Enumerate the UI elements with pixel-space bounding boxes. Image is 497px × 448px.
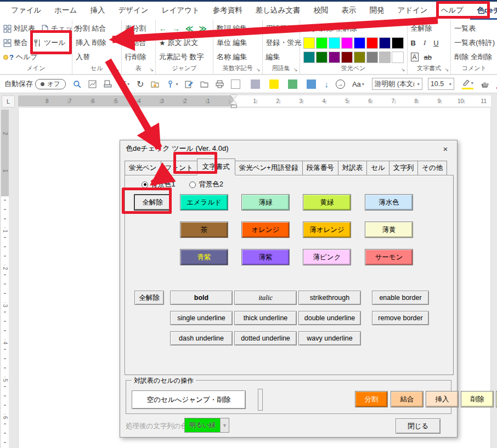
autosave-toggle[interactable]: オフ <box>35 79 66 89</box>
chevron-down-icon[interactable]: ▾ <box>449 82 451 87</box>
print-preview-button[interactable] <box>104 80 112 88</box>
enable-border-button[interactable]: enable border <box>372 291 429 305</box>
color-button-lightorange[interactable]: 薄オレンジ <box>303 222 351 238</box>
highlight-color-swatch[interactable] <box>329 37 340 49</box>
color-button-lightgreen[interactable]: 薄緑 <box>241 194 290 211</box>
cell-delete-op-button[interactable]: 削除 <box>461 391 494 407</box>
color-button-lightblue[interactable]: 薄水色 <box>365 194 413 211</box>
bg-color2-radio[interactable]: 背景色2 <box>189 180 223 189</box>
cell-merge-op-button[interactable]: 結合 <box>391 391 423 407</box>
comment-list-patent-button[interactable]: 一覧表(特許) <box>454 38 495 48</box>
cell-swap-button[interactable]: 入替 <box>76 52 90 62</box>
shading-color-swatch[interactable] <box>269 80 279 89</box>
jump-source-target-buttons[interactable]: ★原文 訳文 <box>159 38 198 48</box>
color-button-bluepurple[interactable]: 青紫 <box>180 249 228 265</box>
highlight-color-swatch[interactable] <box>341 37 353 49</box>
clear-all-colors-button[interactable]: 全解除 <box>134 194 171 211</box>
dash-underline-button[interactable]: dash underline <box>170 331 233 345</box>
taiyakuhyo-button[interactable]: 対訳表 <box>3 24 35 33</box>
dialog-tab[interactable]: その他 <box>417 161 447 175</box>
cell-insert-delete-buttons[interactable]: 挿入 削除 <box>76 38 106 48</box>
glossary-edit-button[interactable]: 編集 <box>266 52 280 62</box>
ribbon-tab[interactable]: ファイル <box>4 2 48 20</box>
color-button-orange[interactable]: オレンジ <box>241 222 290 238</box>
format-clear-all-button[interactable]: 全解除 <box>411 24 432 33</box>
save-edit-button[interactable] <box>185 80 193 88</box>
ribbon-tab[interactable]: ヘルプ <box>434 2 470 20</box>
highlight-color-swatch[interactable] <box>379 52 391 63</box>
favorites-folder-button[interactable] <box>151 80 159 88</box>
highlight-color-swatch[interactable] <box>354 52 365 63</box>
border-char-button[interactable]: A <box>411 53 419 61</box>
row-delete-button[interactable]: 行削除 <box>125 52 146 62</box>
print-button[interactable] <box>216 80 224 88</box>
table-split-button[interactable]: 表分割 <box>125 24 146 33</box>
chevron-down-icon[interactable]: ▾ <box>471 81 473 86</box>
dialog-tab[interactable]: 対訳表 <box>338 161 368 175</box>
color-button-brown[interactable]: 茶 <box>180 222 228 238</box>
ribbon-tab[interactable]: レイアウト <box>155 2 206 20</box>
redo-button[interactable]: ↻ <box>137 79 144 89</box>
bold-format-button[interactable]: bold <box>170 291 233 305</box>
ribbon-tab[interactable]: デザイン <box>111 2 155 20</box>
hanging-indent-marker[interactable] <box>230 100 237 104</box>
shading-color-swatch[interactable] <box>251 80 260 89</box>
highlight-color-swatch[interactable] <box>316 37 327 49</box>
dialog-close-button[interactable]: 閉じる <box>396 418 440 434</box>
ribbon-tab[interactable]: アドイン <box>391 2 434 20</box>
comment-list-button[interactable]: 一覧表 <box>454 24 476 33</box>
italic-button[interactable]: I <box>423 38 426 47</box>
font-name-combobox[interactable]: 游明朝 (本文(▾ <box>372 78 422 90</box>
color-button-lightpurple[interactable]: 薄紫 <box>241 249 290 265</box>
dialog-tab[interactable]: 蛍光ペン+用語登録 <box>235 161 303 175</box>
first-line-indent-marker[interactable] <box>230 95 237 99</box>
highlight-number-clear-buttons[interactable]: 数字 解除 全解除 <box>303 24 357 33</box>
highlight-color-swatch[interactable] <box>303 52 315 63</box>
register-highlight-button[interactable]: 登録・蛍光 <box>266 38 302 48</box>
name-edit-buttons[interactable]: 名称 編集 <box>217 52 247 62</box>
folder-button[interactable] <box>200 80 208 88</box>
seigo-button[interactable]: 整合 <box>3 38 28 48</box>
ribbon-tab[interactable]: 参考資料 <box>206 2 249 20</box>
single-underline-button[interactable]: single underline <box>170 311 233 325</box>
undo-button[interactable]: ↺▾ <box>119 79 129 89</box>
highlight-color-swatch[interactable] <box>354 37 365 49</box>
color-button-salmon[interactable]: サーモン <box>365 249 413 265</box>
cell-insert-op-button[interactable]: 挿入 <box>426 391 459 407</box>
zoom-search-button[interactable] <box>73 80 81 88</box>
ribbon-tab[interactable]: 挿入 <box>83 2 111 20</box>
tool-button[interactable]: ツール <box>33 38 66 48</box>
dialog-tab[interactable]: 文字列 <box>389 161 419 175</box>
dialog-launcher-icon[interactable]: ↘ <box>401 67 405 72</box>
tab-selector[interactable]: L <box>2 95 15 107</box>
dialog-launcher-icon[interactable]: ↘ <box>115 67 120 72</box>
dialog-launcher-icon[interactable]: ↘ <box>293 67 298 72</box>
bg-color1-radio[interactable]: 背景色1 <box>142 180 175 189</box>
strikethrough-button[interactable]: ab <box>424 53 432 61</box>
remove-border-button[interactable]: remove border <box>372 311 429 325</box>
highlight-color-swatch[interactable] <box>392 52 403 63</box>
dialog-tab[interactable]: セル <box>366 161 389 175</box>
chevron-down-icon[interactable]: ▾ <box>127 82 129 87</box>
italic-format-button[interactable]: italic <box>234 291 297 305</box>
color-button-lightpink[interactable]: 薄ピンク <box>303 249 351 265</box>
underline-button[interactable]: U <box>433 39 438 47</box>
wavy-underline-button[interactable]: wavy underline <box>298 331 361 345</box>
highlight-color-swatch[interactable] <box>341 52 353 63</box>
dialog-launcher-icon[interactable]: ↘ <box>445 67 449 72</box>
highlight-color-swatch[interactable] <box>366 37 378 49</box>
shading-color-swatch[interactable] <box>307 80 316 89</box>
color-button-emerald[interactable]: エメラルド <box>180 194 228 211</box>
pan-hand-button[interactable] <box>481 80 489 88</box>
chevron-down-icon[interactable]: ▾ <box>176 82 178 87</box>
jump-empty-cell-button[interactable]: 空のセルへジャンプ・削除 <box>132 390 246 409</box>
move-down-button[interactable]: ↓ <box>324 80 329 89</box>
help-button[interactable]: ? ヘルプ <box>3 52 38 62</box>
blank-shading-button[interactable] <box>231 80 241 89</box>
close-icon[interactable]: × <box>434 140 457 157</box>
dialog-tab[interactable]: 文字書式 <box>197 158 235 175</box>
comment-delete-buttons[interactable]: 削除 全削除 <box>454 52 492 62</box>
dialog-tab[interactable]: 蛍光ペン <box>125 161 161 175</box>
highlight-color-swatch[interactable] <box>303 37 315 49</box>
ribbon-tab[interactable]: 色deチェック <box>470 2 497 20</box>
